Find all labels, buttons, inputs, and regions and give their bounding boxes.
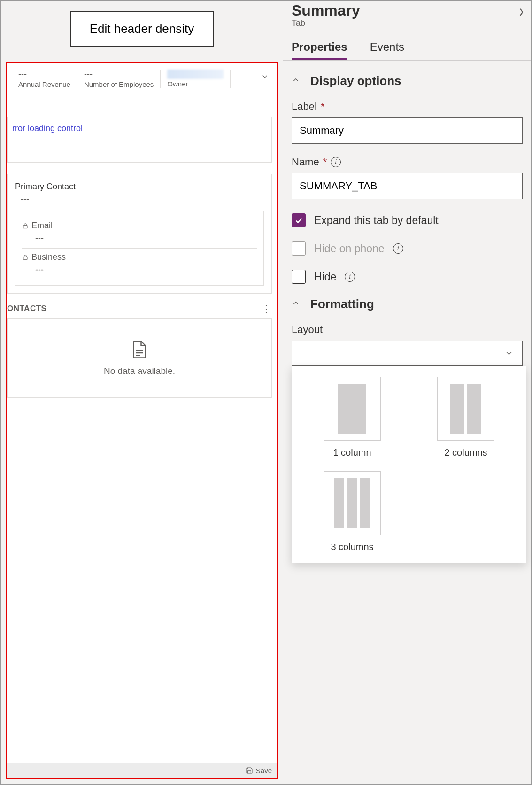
hide-row[interactable]: Hide i — [292, 270, 523, 284]
formatting-header[interactable]: Formatting — [292, 297, 523, 311]
owner-label: Owner — [167, 80, 224, 88]
chevron-down-icon — [261, 72, 269, 81]
expand-default-label: Expand this tab by default — [314, 214, 439, 227]
layout-thumb-1 — [324, 377, 381, 441]
panel-title: Summary — [292, 2, 523, 19]
layout-2-label: 2 columns — [444, 447, 487, 458]
panel-expand-caret[interactable]: › — [519, 1, 524, 21]
num-employees-label: Number of Employees — [84, 80, 154, 88]
display-options-header[interactable]: Display options — [292, 74, 523, 88]
form-preview: --- Annual Revenue --- Number of Employe… — [6, 62, 278, 779]
lock-icon — [22, 223, 29, 229]
name-field-label: Name — [292, 156, 319, 168]
business-value: --- — [35, 265, 257, 275]
hide-label: Hide — [314, 271, 336, 283]
business-row[interactable]: Business --- — [22, 249, 257, 280]
email-label: Email — [31, 221, 53, 231]
primary-contact-value: --- — [21, 194, 264, 204]
check-icon — [294, 216, 303, 225]
expand-default-checkbox[interactable] — [292, 213, 306, 227]
info-icon[interactable]: i — [345, 272, 355, 282]
header-field-num-employees[interactable]: --- Number of Employees — [77, 70, 161, 88]
header-expand-chevron[interactable] — [258, 70, 272, 84]
header-fields: --- Annual Revenue --- Number of Employe… — [7, 63, 277, 93]
header-field-annual-revenue[interactable]: --- Annual Revenue — [12, 70, 77, 88]
required-indicator: * — [323, 156, 327, 168]
info-icon[interactable]: i — [393, 243, 403, 254]
contacts-section-header: ONTACTS ⋮ — [7, 294, 277, 318]
label-field-label: Label — [292, 101, 317, 113]
no-data-text: No data available. — [104, 366, 175, 376]
required-indicator: * — [321, 101, 325, 113]
control-error-box: rror loading control — [7, 117, 272, 163]
expand-default-row[interactable]: Expand this tab by default — [292, 213, 523, 227]
contacts-empty-body: No data available. — [7, 318, 272, 398]
num-employees-value: --- — [84, 70, 154, 79]
layout-thumb-2 — [437, 377, 494, 441]
properties-panel: Summary Tab › Properties Events Display … — [283, 1, 531, 784]
display-options-title: Display options — [310, 74, 401, 88]
formatting-section: Formatting Layout 1 column — [283, 284, 531, 366]
primary-contact-card[interactable]: Primary Contact --- Email --- Business — [7, 174, 272, 294]
hide-checkbox[interactable] — [292, 270, 306, 284]
hide-on-phone-row: Hide on phone i — [292, 241, 523, 256]
email-value: --- — [35, 233, 257, 243]
formatting-title: Formatting — [310, 297, 374, 311]
panel-tabs: Properties Events — [283, 28, 531, 61]
layout-thumb-3 — [324, 471, 381, 535]
svg-rect-1 — [23, 257, 27, 259]
chevron-up-icon — [292, 76, 302, 86]
layout-field: Layout 1 column — [292, 324, 523, 366]
layout-3-label: 3 columns — [331, 542, 373, 552]
save-label[interactable]: Save — [256, 767, 272, 775]
chevron-down-icon — [504, 349, 514, 358]
owner-value-redacted — [167, 70, 224, 79]
name-input[interactable] — [292, 173, 523, 199]
layout-option-3-columns[interactable]: 3 columns — [302, 471, 402, 552]
label-field: Label * — [292, 101, 523, 144]
hide-on-phone-label: Hide on phone — [314, 242, 385, 255]
info-icon[interactable]: i — [331, 157, 341, 167]
tab-events[interactable]: Events — [370, 40, 404, 60]
label-input[interactable] — [292, 117, 523, 144]
layout-label: Layout — [292, 324, 323, 336]
error-loading-control-link[interactable]: rror loading control — [12, 124, 83, 133]
layout-option-2-columns[interactable]: 2 columns — [416, 377, 516, 458]
chevron-up-icon — [292, 299, 302, 310]
email-row[interactable]: Email --- — [22, 217, 257, 249]
hide-on-phone-checkbox — [292, 241, 306, 256]
header-field-owner[interactable]: Owner — [161, 70, 231, 88]
contacts-more-menu[interactable]: ⋮ — [261, 303, 272, 314]
primary-contact-label: Primary Contact — [15, 182, 264, 192]
annual-revenue-label: Annual Revenue — [18, 80, 70, 88]
save-icon — [246, 767, 253, 774]
panel-subtitle: Tab — [292, 18, 523, 28]
status-bar: Save — [7, 763, 277, 778]
contact-details-card: Email --- Business --- — [15, 211, 264, 286]
tab-properties[interactable]: Properties — [292, 40, 347, 60]
layout-option-1-column[interactable]: 1 column — [302, 377, 402, 458]
layout-dropdown[interactable] — [292, 341, 523, 366]
display-options-section: Display options Label * Name * i — [283, 61, 531, 284]
edit-header-density-button[interactable]: Edit header density — [70, 11, 214, 47]
name-field: Name * i — [292, 156, 523, 199]
svg-rect-0 — [23, 225, 27, 228]
lock-icon — [22, 254, 29, 261]
form-canvas-pane: Edit header density --- Annual Revenue -… — [1, 1, 283, 784]
layout-1-label: 1 column — [333, 447, 371, 458]
annual-revenue-value: --- — [18, 70, 70, 79]
layout-options-popup: 1 column 2 columns 3 columns — [292, 366, 526, 563]
panel-header: Summary Tab › — [283, 1, 531, 28]
contacts-title: ONTACTS — [7, 304, 46, 313]
document-icon — [130, 340, 149, 359]
business-label: Business — [31, 252, 66, 262]
